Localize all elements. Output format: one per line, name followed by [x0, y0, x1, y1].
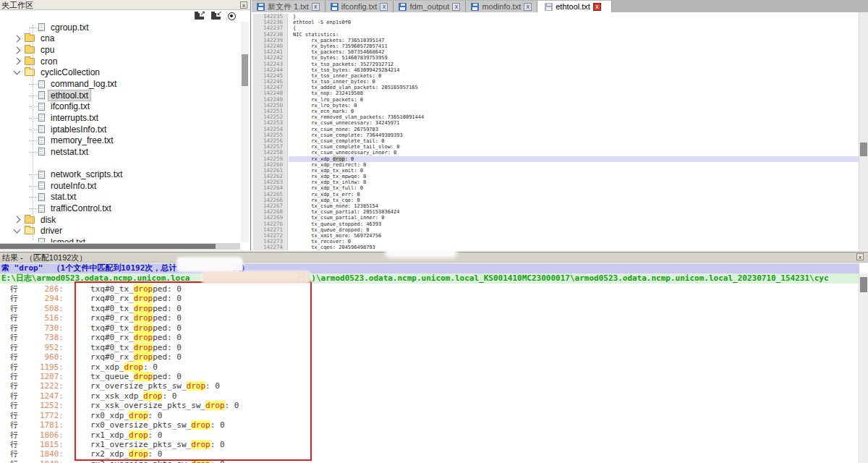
tree-item[interactable]: stat.txt: [0, 192, 240, 203]
close-icon[interactable]: x: [524, 3, 532, 11]
tree-item-label[interactable]: lsmod.txt: [48, 237, 88, 242]
close-icon[interactable]: x: [856, 253, 864, 260]
editor-line[interactable]: tx_nop: 232419588: [289, 90, 859, 96]
editor-text[interactable]: }ethtool -S enp1s0f0{NIC statistics: rx_…: [289, 14, 859, 250]
tree-item[interactable]: cpu: [0, 44, 240, 56]
results-vertical-scrollbar[interactable]: [859, 273, 868, 463]
editor-line[interactable]: tx_xmit_more: 569724756: [289, 233, 859, 239]
tree-item[interactable]: disk: [0, 214, 240, 226]
close-icon[interactable]: x: [380, 3, 388, 11]
editor-line[interactable]: rx_removed_vlan_packets: 736510091444: [289, 114, 859, 120]
editor-line[interactable]: rx_xdp_tx_xmit: 0: [289, 168, 859, 174]
editor-line[interactable]: tx_packets: 507354668642: [289, 49, 859, 55]
tree-item[interactable]: interrupts.txt: [0, 112, 240, 124]
editor-area[interactable]: 1422351422361422371422381422391422401422…: [252, 12, 868, 250]
scrollbar-thumb[interactable]: [860, 277, 867, 292]
tree-vertical-scrollbar[interactable]: [241, 22, 249, 242]
editor-line[interactable]: tx_recover: 0: [289, 239, 859, 245]
locate-file-icon[interactable]: [228, 12, 236, 20]
editor-vertical-scrollbar[interactable]: [859, 12, 868, 250]
tree-item-label[interactable]: network_scripts.txt: [48, 169, 124, 179]
chevron-right-icon[interactable]: [14, 58, 21, 65]
editor-line[interactable]: tx_csum_partial: 205153836424: [289, 209, 859, 215]
tree-item-label[interactable]: routeInfo.txt: [48, 181, 98, 191]
tree-item-label[interactable]: stat.txt: [48, 192, 78, 202]
editor-line[interactable]: ethtool -S enp1s0f0: [289, 20, 859, 25]
tree-item-label[interactable]: cna: [38, 33, 56, 43]
editor-line[interactable]: rx_xdp_tx_cqe: 0: [289, 197, 859, 203]
tree-item-label[interactable]: netstat.txt: [48, 147, 90, 157]
editor-line[interactable]: tx_added_vlan_packets: 205165957165: [289, 85, 859, 90]
tree-item[interactable]: routeInfo.txt: [0, 180, 240, 192]
tree-item-label[interactable]: ethtool.txt: [48, 90, 90, 101]
tab[interactable]: modinfo.txtx: [466, 1, 537, 12]
editor-line[interactable]: {: [289, 25, 859, 31]
tree-item-label[interactable]: disk: [38, 215, 58, 225]
editor-line[interactable]: tx_queue_stopped: 46393: [289, 221, 859, 227]
editor-line[interactable]: tx_csum_none: 12385154: [289, 203, 859, 209]
editor-line[interactable]: rx_xdp_tx_inlnw: 0: [289, 179, 859, 185]
editor-line[interactable]: tx_tso_packets: 35272932712: [289, 61, 859, 67]
tree-item[interactable]: cgroup.txt: [0, 22, 240, 33]
tree-item[interactable]: netstat.txt: [0, 146, 240, 158]
tree-item[interactable]: iptablesInfo.txt: [0, 124, 240, 135]
tree-item-label[interactable]: interrupts.txt: [48, 113, 101, 123]
tree-item-label[interactable]: memory_free.txt: [48, 135, 116, 145]
editor-line[interactable]: rx_packets: 736510395147: [289, 38, 859, 43]
editor-line[interactable]: tx_bytes: 514607839753959: [289, 55, 859, 61]
editor-line[interactable]: rx_xdp_tx_err: 0: [289, 192, 859, 197]
chevron-right-icon[interactable]: [14, 35, 21, 43]
tree-item-label[interactable]: ifconfig.txt: [48, 101, 92, 111]
tab[interactable]: fdm_outputx: [393, 1, 466, 12]
tree-item[interactable]: trafficControl.txt: [0, 203, 240, 214]
tree-item[interactable]: cyclicCollection: [0, 67, 240, 79]
tree-item[interactable]: network_scripts.txt: [0, 169, 240, 180]
tree-horizontal-scrollbar[interactable]: [0, 243, 240, 250]
tab[interactable]: ifconfig.txtx: [326, 1, 394, 12]
tree-item[interactable]: lsmod.txt: [0, 237, 240, 242]
editor-line[interactable]: rx_csum_complete: 736449389393: [289, 132, 859, 138]
tree-item[interactable]: cna: [0, 33, 240, 45]
tree-item-label[interactable]: trafficControl.txt: [48, 203, 114, 213]
editor-line[interactable]: rx_csum_none: 26759783: [289, 127, 859, 132]
editor-line[interactable]: rx_csum_unnecessary: 34245971: [289, 120, 859, 126]
editor-line[interactable]: rx_xdp_redirect: 0: [289, 162, 859, 168]
editor-line[interactable]: NIC statistics:: [289, 32, 859, 38]
editor-line[interactable]: rx_csum_unnecessary_inner: 0: [289, 150, 859, 156]
tree-item[interactable]: ifconfig.txt: [0, 101, 240, 112]
tree-item[interactable]: cron: [0, 56, 240, 67]
editor-line[interactable]: rx_bytes: 735960572057411: [289, 43, 859, 49]
expand-all-icon[interactable]: ↗: [195, 13, 204, 20]
collapse-all-icon[interactable]: ↙: [211, 13, 221, 20]
editor-line[interactable]: tx_tso_inner_bytes: 0: [289, 79, 859, 85]
tree-item[interactable]: ethtool.txt: [0, 90, 240, 101]
tree-item-label[interactable]: iptablesInfo.txt: [48, 124, 109, 135]
editor-line[interactable]: rx_csum_complete_tail_slow: 0: [289, 144, 859, 150]
editor-line[interactable]: rx_csum_complete_tail: 0: [289, 138, 859, 144]
tree-item-label[interactable]: command_log.txt: [48, 79, 119, 89]
editor-line[interactable]: rx_ecn_mark: 0: [289, 109, 859, 114]
editor-line[interactable]: tx_queue_dropped: 0: [289, 227, 859, 233]
editor-line[interactable]: tx_tso_bytes: 463099429284214: [289, 67, 859, 73]
scrollbar-thumb[interactable]: [242, 54, 248, 86]
tree-item-label[interactable]: cpu: [38, 45, 56, 55]
editor-line[interactable]: rx_xdp_drop: 0: [289, 156, 859, 162]
tab[interactable]: ethtool.txtx: [537, 1, 612, 12]
tree-item[interactable]: command_log.txt: [0, 78, 240, 90]
editor-line[interactable]: rx_lro_bytes: 0: [289, 103, 859, 109]
chevron-down-icon[interactable]: [14, 68, 21, 75]
editor-line[interactable]: tx_csum_partial_inner: 0: [289, 215, 859, 221]
close-icon[interactable]: x: [312, 3, 320, 11]
close-icon[interactable]: x: [593, 3, 601, 11]
chevron-down-icon[interactable]: [14, 226, 21, 234]
tree-item-label[interactable]: cron: [38, 56, 59, 67]
editor-line[interactable]: rx_xdp_tx_full: 0: [289, 185, 859, 191]
chevron-right-icon[interactable]: [14, 216, 21, 224]
close-icon[interactable]: x: [452, 3, 460, 11]
editor-line[interactable]: rx_xdp_tx_mpwqe: 0: [289, 174, 859, 179]
tree-item-label[interactable]: cgroup.txt: [48, 22, 91, 33]
editor-line[interactable]: rx_lro_packets: 0: [289, 97, 859, 103]
tab[interactable]: 新文件 1.txtx: [252, 1, 326, 12]
editor-line[interactable]: tx_tso_inner_packets: 0: [289, 73, 859, 79]
search-summary-line[interactable]: 索 "drop" （1个文件中匹配到10192次，总计次）: [0, 263, 859, 273]
